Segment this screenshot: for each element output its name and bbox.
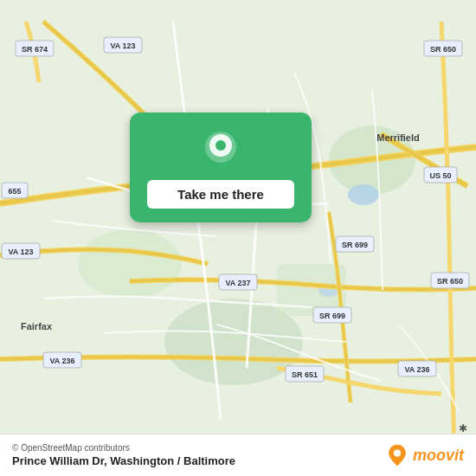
svg-text:Fairfax: Fairfax [21,321,53,331]
svg-point-2 [78,229,182,299]
svg-text:SR 699: SR 699 [342,241,368,249]
svg-text:VA 236: VA 236 [49,357,74,365]
osm-credit: © OpenStreetMap contributors [12,443,235,453]
take-me-there-button[interactable]: Take me there [147,180,294,209]
svg-text:VA 123: VA 123 [110,42,135,50]
info-bar: © OpenStreetMap contributors Prince Will… [0,434,476,476]
svg-text:VA 237: VA 237 [225,279,250,287]
svg-text:SR 674: SR 674 [22,45,48,54]
moovit-logo: moovit [385,443,464,467]
svg-text:SR 651: SR 651 [292,370,318,379]
svg-point-40 [394,449,401,456]
info-bar-left: © OpenStreetMap contributors Prince Will… [12,443,235,467]
map-pin-icon [199,128,242,171]
moovit-brand-text: moovit [413,447,464,465]
svg-text:SR 699: SR 699 [319,312,345,320]
svg-text:VA 236: VA 236 [404,365,429,374]
svg-text:Merrifield: Merrifield [376,132,420,143]
svg-text:VA 123: VA 123 [8,248,33,256]
map-roads-svg: SR 674 VA 123 SR 650 655 I 66 VA 123 Mer… [0,0,476,476]
svg-text:655: 655 [8,187,21,196]
location-label: Prince William Dr, Washington / Baltimor… [12,454,235,467]
svg-point-5 [348,184,379,205]
svg-text:SR 650: SR 650 [430,45,456,54]
svg-text:US 50: US 50 [429,171,451,180]
svg-text:SR 650: SR 650 [437,277,463,286]
moovit-pin-icon [385,443,409,467]
location-card: Take me there [130,113,312,222]
map-container: SR 674 VA 123 SR 650 655 I 66 VA 123 Mer… [0,0,476,476]
attribution-symbol: ✱ [459,422,467,434]
